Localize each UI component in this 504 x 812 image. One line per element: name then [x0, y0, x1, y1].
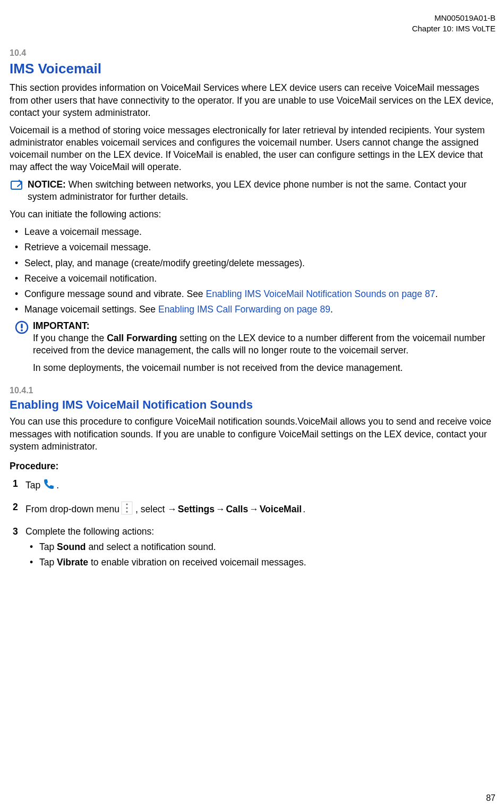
important-label: IMPORTANT:	[33, 320, 496, 332]
step-item: From drop-down menu , select → Settings …	[10, 501, 496, 518]
cross-ref-link[interactable]: Enabling IMS Call Forwarding on page 89	[158, 304, 330, 315]
action-list: Leave a voicemail message. Retrieve a vo…	[10, 226, 496, 316]
text-fragment: to enable vibration on received voicemai…	[88, 557, 306, 568]
page-number: 87	[486, 792, 496, 803]
text-fragment: Tap	[39, 542, 57, 552]
bold-term: Call Forwarding	[107, 333, 177, 343]
list-item: Receive a voicemail notification.	[10, 273, 496, 285]
section-title: IMS Voicemail	[10, 60, 496, 78]
svg-point-5	[126, 503, 127, 505]
section-number: 10.4.1	[10, 385, 496, 396]
paragraph: This section provides information on Voi…	[10, 82, 496, 119]
list-item: Tap Vibrate to enable vibration on recei…	[25, 556, 496, 569]
bold-term: Vibrate	[57, 557, 88, 568]
step-text: From drop-down menu	[25, 503, 119, 515]
notice-label: NOTICE:	[28, 179, 69, 190]
kebab-menu-icon	[121, 501, 133, 518]
text-fragment: Tap	[39, 557, 57, 568]
step-text: .	[56, 479, 59, 492]
important-text: In some deployments, the voicemail numbe…	[33, 362, 496, 374]
paragraph: Voicemail is a method of storing voice m…	[10, 124, 496, 173]
menu-path-item: Calls	[226, 503, 248, 515]
section-title: Enabling IMS VoiceMail Notification Soun…	[10, 397, 496, 412]
list-item: Select, play, and manage (create/modify …	[10, 257, 496, 269]
step-text: , select →	[135, 503, 177, 515]
svg-point-6	[126, 507, 127, 509]
paragraph: You can use this procedure to configure …	[10, 416, 496, 452]
step-item: Tap .	[10, 478, 496, 494]
list-item: Retrieve a voicemail message.	[10, 241, 496, 253]
paragraph: You can initiate the following actions:	[10, 208, 496, 221]
bold-term: Sound	[57, 542, 86, 552]
list-item: Configure message sound and vibrate. See…	[10, 288, 496, 300]
cross-ref-link[interactable]: Enabling IMS VoiceMail Notification Soun…	[206, 289, 435, 299]
menu-path-item: Settings	[178, 503, 215, 515]
menu-path-item: VoiceMail	[260, 503, 302, 515]
list-item: Leave a voicemail message.	[10, 226, 496, 238]
list-item: Tap Sound and select a notification soun…	[25, 541, 496, 553]
procedure-label: Procedure:	[10, 460, 496, 472]
list-item-text: Configure message sound and vibrate. See	[24, 289, 206, 299]
important-icon	[15, 320, 29, 337]
text-fragment: and select a notification sound.	[86, 542, 216, 552]
list-item-text: .	[330, 304, 333, 315]
text-fragment: If you change the	[33, 333, 107, 343]
arrow: →	[249, 503, 259, 515]
phone-icon	[42, 478, 55, 494]
list-item: Manage voicemail settings. See Enabling …	[10, 303, 496, 316]
notice-text: When switching between networks, you LEX…	[28, 179, 467, 202]
sub-list: Tap Sound and select a notification soun…	[25, 541, 496, 569]
section-number: 10.4	[10, 47, 496, 58]
procedure-steps: Tap . From drop-down menu	[10, 478, 496, 569]
step-item: Complete the following actions: Tap Soun…	[10, 526, 496, 569]
important-text: If you change the Call Forwarding settin…	[33, 332, 496, 357]
step-text: Tap	[25, 479, 40, 492]
list-item-text: .	[435, 289, 438, 299]
list-item-text: Manage voicemail settings. See	[24, 304, 158, 315]
doc-id: MN005019A01-B	[10, 13, 496, 23]
notice-callout: NOTICE: When switching between networks,…	[10, 179, 496, 203]
svg-rect-2	[21, 324, 22, 328]
arrow: →	[216, 503, 225, 515]
chapter-line: Chapter 10: IMS VoLTE	[10, 23, 496, 34]
important-callout: IMPORTANT: If you change the Call Forwar…	[15, 320, 496, 374]
notice-icon	[10, 179, 24, 195]
step-text: .	[303, 503, 305, 515]
svg-point-3	[21, 329, 23, 332]
step-text: Complete the following actions:	[25, 526, 496, 538]
running-header: MN005019A01-B Chapter 10: IMS VoLTE	[10, 13, 496, 33]
svg-point-7	[126, 511, 127, 512]
